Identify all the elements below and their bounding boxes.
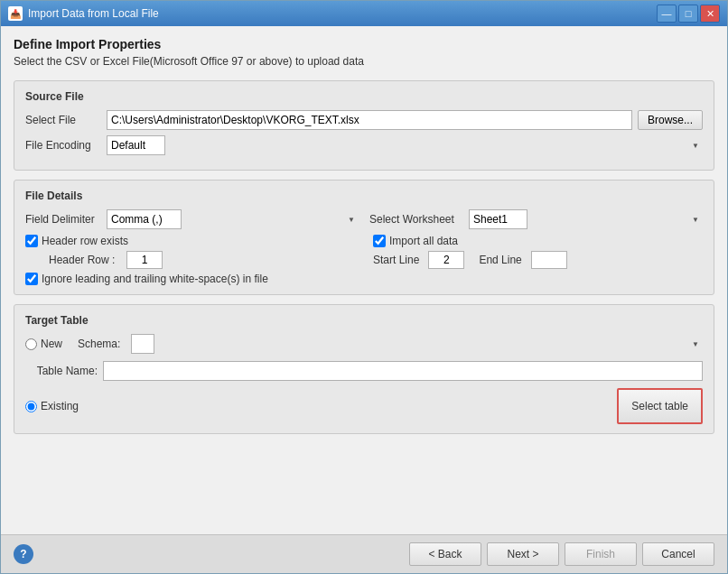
header-row-exists-checkbox[interactable] — [25, 235, 38, 247]
delimiter-worksheet-row: Field Delimiter Comma (,) Tab Semicolon … — [25, 209, 703, 229]
target-table-section: Target Table New Schema: Table Name: — [14, 304, 714, 434]
select-file-row: Select File Browse... — [25, 110, 703, 130]
new-radio-label[interactable]: New — [25, 338, 70, 350]
schema-select[interactable] — [131, 334, 154, 354]
ignore-whitespace-row: Ignore leading and trailing white-space(… — [25, 273, 703, 285]
file-encoding-row: File Encoding Default — [25, 135, 703, 155]
existing-radio[interactable] — [25, 401, 37, 412]
header-row-exists-label[interactable]: Header row exists — [25, 235, 128, 247]
minimize-button[interactable]: — — [657, 5, 677, 23]
existing-radio-label[interactable]: Existing — [25, 400, 79, 412]
table-name-label: Table Name: — [25, 365, 98, 377]
line-range-group: Start Line End Line — [373, 251, 703, 269]
page-subtitle: Select the CSV or Excel File(Microsoft O… — [14, 55, 714, 68]
target-table-title: Target Table — [25, 314, 703, 327]
header-row-num-label: Header Row : — [49, 254, 121, 266]
delimiter-label: Field Delimiter — [25, 213, 107, 226]
worksheet-group: Select Worksheet Sheet1 — [369, 209, 703, 229]
existing-row: Existing Select table — [25, 388, 703, 424]
worksheet-select[interactable]: Sheet1 — [469, 209, 527, 229]
back-button[interactable]: < Back — [409, 542, 481, 566]
row-values-row: Header Row : Start Line End Line — [25, 251, 703, 269]
start-line-input[interactable] — [428, 251, 464, 269]
header-row-input[interactable] — [126, 251, 163, 269]
file-details-section: File Details Field Delimiter Comma (,) T… — [14, 180, 714, 295]
start-line-label: Start Line — [373, 254, 419, 266]
ignore-whitespace-label[interactable]: Ignore leading and trailing white-space(… — [25, 273, 268, 285]
header-row-value-group: Header Row : — [25, 251, 355, 269]
file-path-input[interactable] — [107, 110, 632, 130]
page-title: Define Import Properties — [14, 37, 714, 51]
delimiter-select[interactable]: Comma (,) Tab Semicolon — [107, 209, 182, 229]
worksheet-label: Select Worksheet — [369, 213, 469, 226]
select-file-label: Select File — [25, 114, 107, 126]
title-bar: 📥 Import Data from Local File — □ ✕ — [1, 1, 727, 26]
close-button[interactable]: ✕ — [700, 5, 720, 23]
checkboxes-row: Header row exists Import all data — [25, 235, 703, 247]
import-all-data-label[interactable]: Import all data — [373, 235, 458, 247]
file-encoding-select[interactable]: Default — [107, 135, 165, 155]
file-encoding-label: File Encoding — [25, 139, 107, 152]
end-line-input[interactable] — [531, 251, 567, 269]
table-name-input[interactable] — [103, 361, 703, 381]
main-window: 📥 Import Data from Local File — □ ✕ Defi… — [0, 0, 728, 574]
import-all-data-checkbox[interactable] — [373, 235, 386, 247]
bottom-buttons: ? < Back Next > Finish Cancel — [1, 534, 727, 573]
import-all-data-group: Import all data — [373, 235, 703, 247]
schema-label: Schema: — [78, 338, 120, 350]
window-controls: — □ ✕ — [657, 5, 720, 23]
delimiter-select-wrapper: Comma (,) Tab Semicolon — [107, 209, 359, 229]
finish-button[interactable]: Finish — [565, 542, 637, 566]
select-table-button[interactable]: Select table — [617, 388, 703, 424]
new-table-row: New Schema: — [25, 334, 703, 354]
encoding-select-wrapper: Default — [107, 135, 703, 155]
source-file-title: Source File — [25, 90, 703, 103]
new-radio[interactable] — [25, 338, 37, 350]
table-name-row: Table Name: — [25, 361, 703, 381]
end-line-label: End Line — [479, 254, 521, 266]
header-row-left: Header row exists — [25, 235, 355, 247]
browse-button[interactable]: Browse... — [638, 110, 703, 130]
window-title: Import Data from Local File — [28, 7, 657, 20]
ignore-whitespace-checkbox[interactable] — [25, 273, 38, 285]
help-button[interactable]: ? — [14, 544, 33, 564]
delimiter-group: Field Delimiter Comma (,) Tab Semicolon — [25, 209, 359, 229]
maximize-button[interactable]: □ — [678, 5, 698, 23]
window-icon: 📥 — [8, 6, 23, 21]
cancel-button[interactable]: Cancel — [642, 542, 714, 566]
schema-select-wrapper — [131, 334, 703, 354]
content-area: Define Import Properties Select the CSV … — [1, 26, 727, 534]
source-file-section: Source File Select File Browse... File E… — [14, 80, 714, 171]
file-details-title: File Details — [25, 190, 703, 202]
next-button[interactable]: Next > — [487, 542, 559, 566]
worksheet-select-wrapper: Sheet1 — [469, 209, 703, 229]
